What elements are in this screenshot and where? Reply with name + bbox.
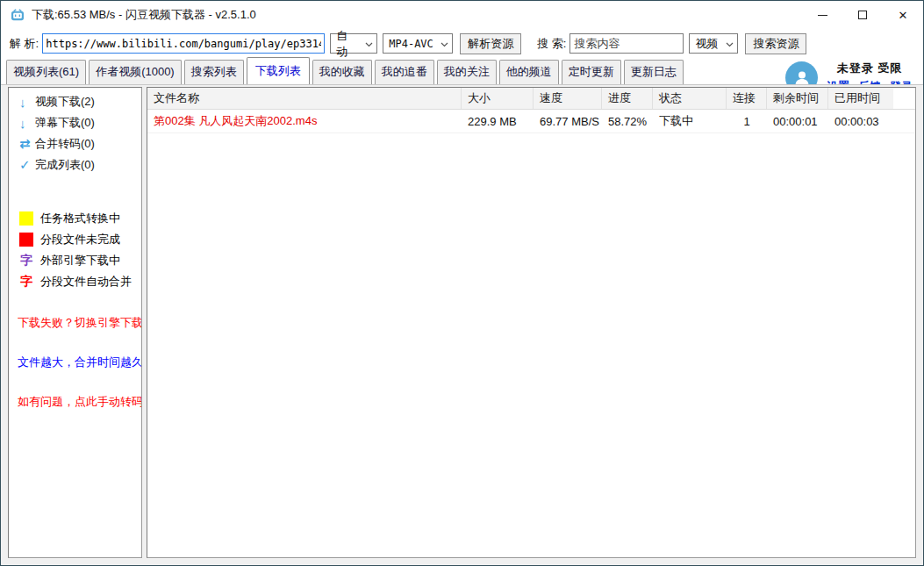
legend-label: 分段文件未完成	[40, 232, 120, 247]
window-controls: ✕	[802, 1, 923, 29]
col-filename[interactable]: 文件名称	[147, 88, 462, 109]
col-size[interactable]: 大小	[462, 88, 534, 109]
download-table: 文件名称 大小 速度 进度 状态 连接 剩余时间 已用时间 第002集 凡人风起…	[147, 87, 916, 558]
note-merge-time: 文件越大，合并时间越久	[18, 355, 141, 370]
red-swatch	[19, 233, 33, 247]
tab-scheduled-update[interactable]: 定时更新	[562, 60, 621, 84]
col-speed[interactable]: 速度	[534, 88, 602, 109]
search-type-value: 视频	[695, 36, 718, 52]
mode-select[interactable]: 自动	[330, 33, 377, 54]
tab-video-list[interactable]: 视频列表(61)	[6, 60, 86, 84]
parse-label: 解 析:	[10, 36, 39, 52]
close-icon: ✕	[899, 10, 908, 21]
app-window: 下载:65.53 MB/s - 闪豆视频下载器 - v2.5.1.0 ✕ 解 析…	[0, 0, 924, 566]
chevron-down-icon	[433, 38, 448, 50]
minimize-button[interactable]	[802, 1, 842, 29]
char-glyph-icon: 字	[19, 253, 33, 269]
char-glyph-icon: 字	[19, 274, 33, 290]
tab-download-list[interactable]: 下载列表	[247, 57, 310, 84]
legend-item-external-engine: 字 外部引擎下载中	[19, 253, 141, 268]
cell-size: 229.9 MB	[462, 115, 534, 128]
swap-arrows-icon: ⇄	[19, 136, 35, 152]
sidebar: ↓ 视频下载(2) ↓ 弹幕下载(0) ⇄ 合并转码(0) ✓ 完成列表(0) …	[8, 87, 142, 558]
cell-progress: 58.72%	[602, 115, 653, 128]
tab-search-list[interactable]: 搜索列表	[184, 60, 244, 84]
format-select-value: MP4-AVC	[389, 38, 433, 50]
sidebar-item-video-download[interactable]: ↓ 视频下载(2)	[19, 91, 141, 112]
tab-my-follows[interactable]: 我的关注	[437, 60, 497, 84]
legend-item-segment-incomplete: 分段文件未完成	[19, 232, 141, 247]
sidebar-item-label: 合并转码(0)	[35, 136, 95, 152]
legend-label: 任务格式转换中	[40, 211, 120, 226]
tab-author-videos[interactable]: 作者视频(1000)	[89, 60, 182, 84]
close-button[interactable]: ✕	[883, 1, 923, 29]
cell-connections: 1	[727, 115, 767, 128]
search-label: 搜 索:	[537, 36, 566, 52]
cell-status: 下载中	[653, 113, 727, 129]
header-zone: 解 析: 自动 MP4-AVC 解析资源 搜 索: 视频	[1, 29, 923, 84]
col-progress[interactable]: 进度	[602, 88, 653, 109]
sidebar-item-label: 弹幕下载(0)	[35, 115, 95, 131]
note-manual-transcode[interactable]: 如有问题，点此手动转码	[18, 394, 141, 410]
tab-my-bangumi[interactable]: 我的追番	[375, 60, 434, 84]
login-status: 未登录 受限	[837, 61, 903, 76]
tab-my-favorites[interactable]: 我的收藏	[312, 60, 372, 84]
download-arrow-icon: ↓	[19, 116, 35, 131]
legend-label: 分段文件自动合并	[40, 274, 132, 290]
search-input[interactable]	[569, 33, 684, 54]
tab-changelog[interactable]: 更新日志	[624, 60, 684, 84]
note-switch-engine[interactable]: 下载失败？切换引擎下载	[18, 315, 141, 331]
window-title: 下载:65.53 MB/s - 闪豆视频下载器 - v2.5.1.0	[32, 7, 256, 23]
sidebar-item-danmaku-download[interactable]: ↓ 弹幕下载(0)	[19, 112, 141, 133]
url-input[interactable]	[42, 33, 325, 54]
chevron-down-icon	[719, 37, 734, 50]
table-header: 文件名称 大小 速度 进度 状态 连接 剩余时间 已用时间	[147, 88, 915, 110]
minimize-icon	[818, 15, 827, 16]
tab-his-channel[interactable]: 他的频道	[499, 60, 559, 84]
yellow-swatch	[19, 211, 33, 226]
title-bar[interactable]: 下载:65.53 MB/s - 闪豆视频下载器 - v2.5.1.0 ✕	[1, 1, 923, 29]
app-tv-icon	[11, 9, 25, 21]
sidebar-item-label: 完成列表(0)	[35, 157, 95, 173]
chevron-down-icon	[358, 37, 373, 50]
status-legend: 任务格式转换中 分段文件未完成 字 外部引擎下载中 字 分段文件自动合并	[9, 211, 141, 289]
maximize-button[interactable]	[842, 1, 883, 29]
sidebar-item-merge-transcode[interactable]: ⇄ 合并转码(0)	[19, 133, 141, 154]
check-icon: ✓	[19, 157, 35, 173]
cell-filename: 第002集 凡人风起天南2002.m4s	[147, 113, 462, 129]
col-status[interactable]: 状态	[653, 88, 727, 109]
table-row[interactable]: 第002集 凡人风起天南2002.m4s 229.9 MB 69.77 MB/S…	[147, 110, 915, 133]
parse-resource-button[interactable]: 解析资源	[460, 33, 521, 54]
legend-item-auto-merge: 字 分段文件自动合并	[19, 274, 141, 289]
toolbar: 解 析: 自动 MP4-AVC 解析资源 搜 索: 视频	[1, 29, 923, 58]
col-connections[interactable]: 连接	[727, 88, 767, 109]
format-select[interactable]: MP4-AVC	[383, 33, 453, 54]
maximize-icon	[858, 11, 867, 19]
legend-item-transcoding: 任务格式转换中	[19, 211, 141, 226]
mode-select-value: 自动	[336, 28, 358, 60]
cell-speed: 69.77 MB/S	[534, 115, 602, 128]
sidebar-item-completed-list[interactable]: ✓ 完成列表(0)	[19, 154, 141, 176]
sidebar-notes: 下载失败？切换引擎下载 文件越大，合并时间越久 如有问题，点此手动转码	[9, 315, 141, 410]
search-resource-button[interactable]: 搜索资源	[745, 33, 806, 54]
download-arrow-icon: ↓	[19, 95, 35, 110]
cell-elapsed-time: 00:00:03	[828, 115, 893, 128]
col-elapsed-time[interactable]: 已用时间	[828, 88, 893, 109]
sidebar-item-label: 视频下载(2)	[35, 94, 95, 110]
col-remaining-time[interactable]: 剩余时间	[767, 88, 828, 109]
legend-label: 外部引擎下载中	[40, 253, 120, 269]
main-area: ↓ 视频下载(2) ↓ 弹幕下载(0) ⇄ 合并转码(0) ✓ 完成列表(0) …	[1, 84, 923, 565]
cell-remaining-time: 00:00:01	[767, 115, 828, 128]
search-type-select[interactable]: 视频	[689, 33, 738, 54]
